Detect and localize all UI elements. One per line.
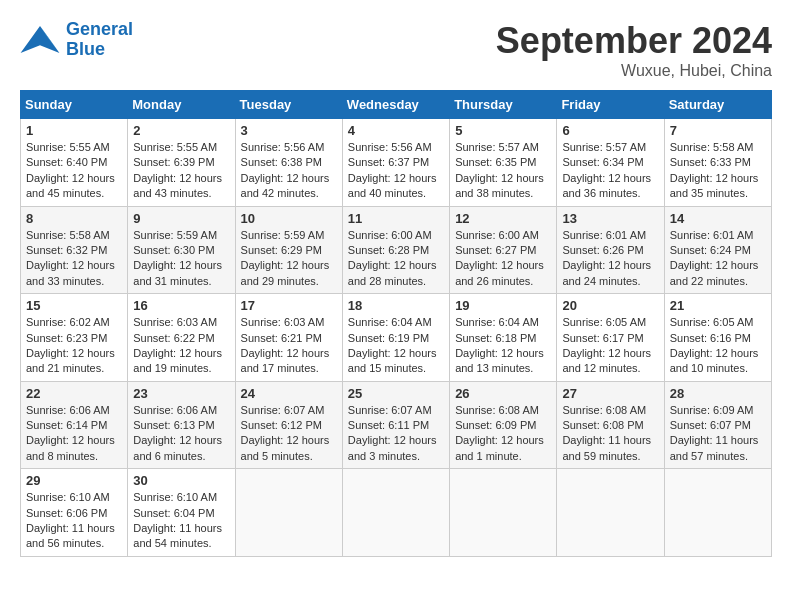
day-info: Sunrise: 5:56 AM Sunset: 6:37 PM Dayligh… — [348, 140, 444, 202]
daylight-label: Daylight: 12 hours and 19 minutes. — [133, 347, 222, 374]
sunrise-label: Sunrise: 5:56 AM — [348, 141, 432, 153]
daylight-label: Daylight: 12 hours and 43 minutes. — [133, 172, 222, 199]
sunrise-label: Sunrise: 6:04 AM — [455, 316, 539, 328]
day-number: 22 — [26, 386, 122, 401]
day-info: Sunrise: 6:00 AM Sunset: 6:27 PM Dayligh… — [455, 228, 551, 290]
calendar-day-cell: 9 Sunrise: 5:59 AM Sunset: 6:30 PM Dayli… — [128, 206, 235, 294]
day-info: Sunrise: 6:07 AM Sunset: 6:12 PM Dayligh… — [241, 403, 337, 465]
day-info: Sunrise: 5:55 AM Sunset: 6:39 PM Dayligh… — [133, 140, 229, 202]
sunset-label: Sunset: 6:07 PM — [670, 419, 751, 431]
calendar-day-cell: 5 Sunrise: 5:57 AM Sunset: 6:35 PM Dayli… — [450, 119, 557, 207]
calendar-day-cell — [450, 469, 557, 557]
sunset-label: Sunset: 6:06 PM — [26, 507, 107, 519]
svg-marker-0 — [21, 26, 60, 53]
calendar-day-cell: 6 Sunrise: 5:57 AM Sunset: 6:34 PM Dayli… — [557, 119, 664, 207]
day-info: Sunrise: 5:59 AM Sunset: 6:29 PM Dayligh… — [241, 228, 337, 290]
daylight-label: Daylight: 11 hours and 56 minutes. — [26, 522, 115, 549]
sunset-label: Sunset: 6:26 PM — [562, 244, 643, 256]
daylight-label: Daylight: 12 hours and 24 minutes. — [562, 259, 651, 286]
logo-text-general: General — [66, 19, 133, 39]
sunset-label: Sunset: 6:14 PM — [26, 419, 107, 431]
calendar-day-cell: 11 Sunrise: 6:00 AM Sunset: 6:28 PM Dayl… — [342, 206, 449, 294]
calendar-day-cell — [342, 469, 449, 557]
daylight-label: Daylight: 12 hours and 26 minutes. — [455, 259, 544, 286]
weekday-header: Tuesday — [235, 91, 342, 119]
daylight-label: Daylight: 12 hours and 22 minutes. — [670, 259, 759, 286]
day-number: 13 — [562, 211, 658, 226]
calendar-day-cell: 23 Sunrise: 6:06 AM Sunset: 6:13 PM Dayl… — [128, 381, 235, 469]
calendar-day-cell: 7 Sunrise: 5:58 AM Sunset: 6:33 PM Dayli… — [664, 119, 771, 207]
sunset-label: Sunset: 6:24 PM — [670, 244, 751, 256]
calendar-day-cell: 22 Sunrise: 6:06 AM Sunset: 6:14 PM Dayl… — [21, 381, 128, 469]
sunrise-label: Sunrise: 6:01 AM — [562, 229, 646, 241]
day-number: 1 — [26, 123, 122, 138]
sunset-label: Sunset: 6:22 PM — [133, 332, 214, 344]
calendar-week-row: 22 Sunrise: 6:06 AM Sunset: 6:14 PM Dayl… — [21, 381, 772, 469]
day-number: 16 — [133, 298, 229, 313]
sunrise-label: Sunrise: 6:08 AM — [455, 404, 539, 416]
daylight-label: Daylight: 12 hours and 40 minutes. — [348, 172, 437, 199]
sunrise-label: Sunrise: 5:59 AM — [133, 229, 217, 241]
sunrise-label: Sunrise: 6:10 AM — [133, 491, 217, 503]
calendar-day-cell — [557, 469, 664, 557]
sunset-label: Sunset: 6:23 PM — [26, 332, 107, 344]
day-number: 5 — [455, 123, 551, 138]
daylight-label: Daylight: 12 hours and 5 minutes. — [241, 434, 330, 461]
day-info: Sunrise: 6:09 AM Sunset: 6:07 PM Dayligh… — [670, 403, 766, 465]
sunrise-label: Sunrise: 6:04 AM — [348, 316, 432, 328]
day-number: 15 — [26, 298, 122, 313]
daylight-label: Daylight: 12 hours and 17 minutes. — [241, 347, 330, 374]
sunrise-label: Sunrise: 5:57 AM — [562, 141, 646, 153]
daylight-label: Daylight: 12 hours and 8 minutes. — [26, 434, 115, 461]
sunrise-label: Sunrise: 6:00 AM — [348, 229, 432, 241]
calendar-day-cell: 17 Sunrise: 6:03 AM Sunset: 6:21 PM Dayl… — [235, 294, 342, 382]
day-number: 17 — [241, 298, 337, 313]
calendar-day-cell: 2 Sunrise: 5:55 AM Sunset: 6:39 PM Dayli… — [128, 119, 235, 207]
sunrise-label: Sunrise: 6:07 AM — [348, 404, 432, 416]
day-info: Sunrise: 6:03 AM Sunset: 6:21 PM Dayligh… — [241, 315, 337, 377]
calendar-day-cell: 28 Sunrise: 6:09 AM Sunset: 6:07 PM Dayl… — [664, 381, 771, 469]
calendar-day-cell: 4 Sunrise: 5:56 AM Sunset: 6:37 PM Dayli… — [342, 119, 449, 207]
calendar-day-cell: 29 Sunrise: 6:10 AM Sunset: 6:06 PM Dayl… — [21, 469, 128, 557]
sunset-label: Sunset: 6:39 PM — [133, 156, 214, 168]
sunset-label: Sunset: 6:30 PM — [133, 244, 214, 256]
sunset-label: Sunset: 6:08 PM — [562, 419, 643, 431]
sunset-label: Sunset: 6:18 PM — [455, 332, 536, 344]
sunrise-label: Sunrise: 6:06 AM — [26, 404, 110, 416]
logo-text-blue: Blue — [66, 39, 105, 59]
sunset-label: Sunset: 6:29 PM — [241, 244, 322, 256]
day-info: Sunrise: 6:01 AM Sunset: 6:26 PM Dayligh… — [562, 228, 658, 290]
daylight-label: Daylight: 12 hours and 10 minutes. — [670, 347, 759, 374]
sunrise-label: Sunrise: 6:02 AM — [26, 316, 110, 328]
day-number: 12 — [455, 211, 551, 226]
sunset-label: Sunset: 6:12 PM — [241, 419, 322, 431]
sunset-label: Sunset: 6:09 PM — [455, 419, 536, 431]
calendar-day-cell: 24 Sunrise: 6:07 AM Sunset: 6:12 PM Dayl… — [235, 381, 342, 469]
day-number: 26 — [455, 386, 551, 401]
day-number: 2 — [133, 123, 229, 138]
calendar-day-cell: 10 Sunrise: 5:59 AM Sunset: 6:29 PM Dayl… — [235, 206, 342, 294]
sunset-label: Sunset: 6:27 PM — [455, 244, 536, 256]
calendar-day-cell: 21 Sunrise: 6:05 AM Sunset: 6:16 PM Dayl… — [664, 294, 771, 382]
calendar-header-row: SundayMondayTuesdayWednesdayThursdayFrid… — [21, 91, 772, 119]
day-number: 4 — [348, 123, 444, 138]
calendar-day-cell: 15 Sunrise: 6:02 AM Sunset: 6:23 PM Dayl… — [21, 294, 128, 382]
day-info: Sunrise: 6:00 AM Sunset: 6:28 PM Dayligh… — [348, 228, 444, 290]
daylight-label: Daylight: 12 hours and 33 minutes. — [26, 259, 115, 286]
sunset-label: Sunset: 6:32 PM — [26, 244, 107, 256]
sunrise-label: Sunrise: 5:58 AM — [26, 229, 110, 241]
calendar-day-cell: 19 Sunrise: 6:04 AM Sunset: 6:18 PM Dayl… — [450, 294, 557, 382]
calendar-week-row: 29 Sunrise: 6:10 AM Sunset: 6:06 PM Dayl… — [21, 469, 772, 557]
calendar-day-cell: 30 Sunrise: 6:10 AM Sunset: 6:04 PM Dayl… — [128, 469, 235, 557]
day-number: 23 — [133, 386, 229, 401]
day-number: 20 — [562, 298, 658, 313]
sunset-label: Sunset: 6:04 PM — [133, 507, 214, 519]
day-info: Sunrise: 6:07 AM Sunset: 6:11 PM Dayligh… — [348, 403, 444, 465]
daylight-label: Daylight: 12 hours and 28 minutes. — [348, 259, 437, 286]
daylight-label: Daylight: 11 hours and 59 minutes. — [562, 434, 651, 461]
location: Wuxue, Hubei, China — [496, 62, 772, 80]
day-info: Sunrise: 6:05 AM Sunset: 6:16 PM Dayligh… — [670, 315, 766, 377]
day-number: 19 — [455, 298, 551, 313]
calendar-table: SundayMondayTuesdayWednesdayThursdayFrid… — [20, 90, 772, 557]
sunset-label: Sunset: 6:38 PM — [241, 156, 322, 168]
